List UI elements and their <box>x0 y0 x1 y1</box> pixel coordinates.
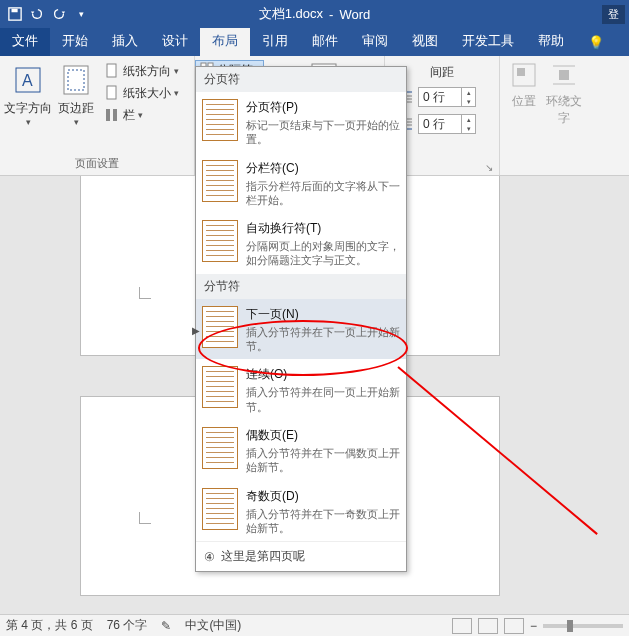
menu-item-column-break[interactable]: 分栏符(C) 指示分栏符后面的文字将从下一栏开始。 <box>196 153 406 214</box>
spacing-label: 间距 <box>397 64 487 85</box>
spacing-after-input[interactable]: 0 行▴▾ <box>418 114 476 134</box>
tab-home[interactable]: 开始 <box>50 26 100 56</box>
size-label: 纸张大小 <box>123 85 171 102</box>
page-break-icon <box>202 99 238 141</box>
menu-item-odd-page[interactable]: 奇数页(D) 插入分节符并在下一奇数页上开始新节。 <box>196 481 406 542</box>
chevron-down-icon: ▾ <box>174 88 179 98</box>
menu-foot-text: 这里是第四页呢 <box>221 548 305 565</box>
spin-down-icon[interactable]: ▾ <box>461 124 475 133</box>
size-button[interactable]: 纸张大小 ▾ <box>100 82 183 104</box>
menu-item-desc: 插入分节符并在下一页上开始新节。 <box>246 325 400 354</box>
menu-item-page-break[interactable]: 分页符(P) 标记一页结束与下一页开始的位置。 <box>196 92 406 153</box>
status-bar: 第 4 页，共 6 页 76 个字 ✎ 中文(中国) − <box>0 614 629 636</box>
menu-item-desc: 插入分节符并在下一偶数页上开始新节。 <box>246 446 400 475</box>
position-button: 位置 <box>504 60 544 127</box>
menu-item-title: 下一页(N) <box>246 306 400 323</box>
spacing-before-row: 0 行▴▾ <box>397 85 487 109</box>
chevron-down-icon: ▾ <box>26 117 31 127</box>
breaks-menu: 分页符 分页符(P) 标记一页结束与下一页开始的位置。 分栏符(C) 指示分栏符… <box>195 66 407 572</box>
menu-item-desc: 分隔网页上的对象周围的文字，如分隔题注文字与正文。 <box>246 239 400 268</box>
orientation-label: 纸张方向 <box>123 63 171 80</box>
tab-insert[interactable]: 插入 <box>100 26 150 56</box>
text-direction-button[interactable]: A 文字方向 ▾ <box>4 60 52 150</box>
circled-number-icon: ④ <box>204 550 215 564</box>
doc-name: 文档1.docx <box>259 5 323 23</box>
tab-view[interactable]: 视图 <box>400 26 450 56</box>
window-title: 文档1.docx - Word <box>259 5 370 23</box>
margins-label: 页边距 <box>58 100 94 117</box>
status-pages[interactable]: 第 4 页，共 6 页 <box>6 617 93 634</box>
tab-design[interactable]: 设计 <box>150 26 200 56</box>
tab-layout[interactable]: 布局 <box>200 26 250 56</box>
menu-item-title: 连续(O) <box>246 366 400 383</box>
continuous-icon <box>202 366 238 408</box>
proofing-icon[interactable]: ✎ <box>161 619 171 633</box>
position-label: 位置 <box>504 93 544 110</box>
even-page-icon <box>202 427 238 469</box>
web-layout-icon[interactable] <box>504 618 524 634</box>
menu-item-next-page[interactable]: ▶ 下一页(N) 插入分节符并在下一页上开始新节。 <box>196 299 406 360</box>
zoom-slider[interactable] <box>543 624 623 628</box>
next-page-icon <box>202 306 238 348</box>
tell-me-icon[interactable] <box>576 29 616 56</box>
menu-item-desc: 插入分节符并在同一页上开始新节。 <box>246 385 400 414</box>
redo-icon[interactable] <box>50 5 68 23</box>
svg-rect-6 <box>107 64 116 77</box>
tab-mailings[interactable]: 邮件 <box>300 26 350 56</box>
menu-footnote: ④ 这里是第四页呢 <box>196 541 406 571</box>
margins-button[interactable]: 页边距 ▾ <box>52 60 100 150</box>
status-words[interactable]: 76 个字 <box>107 617 148 634</box>
orientation-button[interactable]: 纸张方向 ▾ <box>100 60 183 82</box>
svg-text:A: A <box>22 72 33 89</box>
menu-item-desc: 指示分栏符后面的文字将从下一栏开始。 <box>246 179 400 208</box>
wrap-label: 环绕文字 <box>544 93 584 127</box>
text-direction-label: 文字方向 <box>4 100 52 117</box>
tab-review[interactable]: 审阅 <box>350 26 400 56</box>
signin-button[interactable]: 登 <box>602 5 625 24</box>
undo-icon[interactable] <box>28 5 46 23</box>
app-name: Word <box>339 7 370 22</box>
menu-item-title: 自动换行符(T) <box>246 220 400 237</box>
columns-label: 栏 <box>123 107 135 124</box>
zoom-out-icon[interactable]: − <box>530 619 537 633</box>
odd-page-icon <box>202 488 238 530</box>
text-wrapping-icon <box>202 220 238 262</box>
menu-item-desc: 标记一页结束与下一页开始的位置。 <box>246 118 400 147</box>
menu-item-title: 奇数页(D) <box>246 488 400 505</box>
read-mode-icon[interactable] <box>452 618 472 634</box>
tab-help[interactable]: 帮助 <box>526 26 576 56</box>
menu-item-title: 分栏符(C) <box>246 160 400 177</box>
menu-item-even-page[interactable]: 偶数页(E) 插入分节符并在下一偶数页上开始新节。 <box>196 420 406 481</box>
qat-more-icon[interactable]: ▾ <box>72 5 90 23</box>
spin-up-icon[interactable]: ▴ <box>461 88 475 97</box>
menu-section-header: 分节符 <box>196 274 406 299</box>
svg-rect-7 <box>107 86 116 99</box>
spin-down-icon[interactable]: ▾ <box>461 97 475 106</box>
svg-rect-8 <box>106 109 110 121</box>
spin-up-icon[interactable]: ▴ <box>461 115 475 124</box>
menu-item-continuous[interactable]: 连续(O) 插入分节符并在同一页上开始新节。 <box>196 359 406 420</box>
svg-rect-25 <box>517 68 525 76</box>
svg-rect-1 <box>12 9 18 13</box>
menu-item-title: 分页符(P) <box>246 99 400 116</box>
print-layout-icon[interactable] <box>478 618 498 634</box>
save-icon[interactable] <box>6 5 24 23</box>
spacing-after-row: 0 行▴▾ <box>397 112 487 136</box>
tab-developer[interactable]: 开发工具 <box>450 26 526 56</box>
chevron-down-icon: ▾ <box>174 66 179 76</box>
status-language[interactable]: 中文(中国) <box>185 617 241 634</box>
tab-references[interactable]: 引用 <box>250 26 300 56</box>
column-break-icon <box>202 160 238 202</box>
menu-item-desc: 插入分节符并在下一奇数页上开始新节。 <box>246 507 400 536</box>
chevron-down-icon: ▾ <box>138 110 143 120</box>
tab-file[interactable]: 文件 <box>0 26 50 56</box>
menu-item-text-wrapping[interactable]: 自动换行符(T) 分隔网页上的对象周围的文字，如分隔题注文字与正文。 <box>196 213 406 274</box>
columns-button[interactable]: 栏 ▾ <box>100 104 183 126</box>
wrap-button: 环绕文字 <box>544 60 584 127</box>
menu-section-header: 分页符 <box>196 67 406 92</box>
spacing-before-input[interactable]: 0 行▴▾ <box>418 87 476 107</box>
submenu-arrow-icon: ▶ <box>192 324 200 335</box>
svg-rect-26 <box>559 70 569 80</box>
menu-item-title: 偶数页(E) <box>246 427 400 444</box>
page-setup-group-label: 页面设置 <box>4 154 190 173</box>
